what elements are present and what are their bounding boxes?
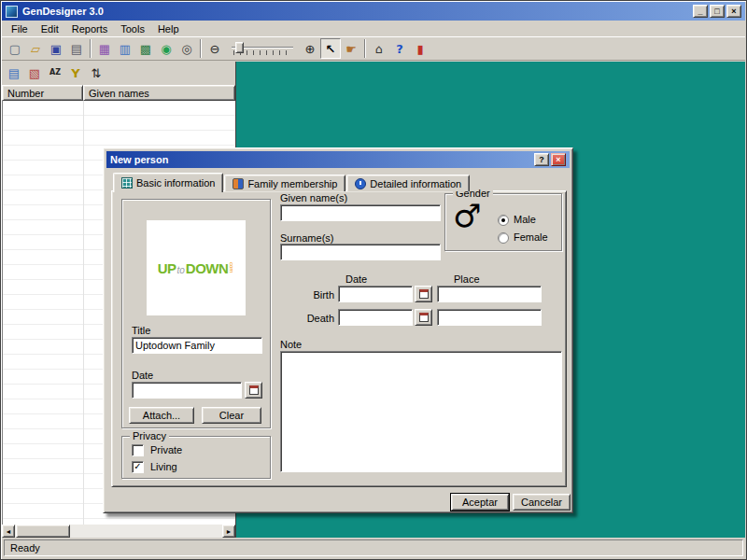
note-textarea[interactable] (280, 351, 562, 472)
scroll-left-arrow-icon[interactable]: ◄ (2, 525, 15, 538)
place-column-header: Place (454, 273, 480, 285)
pan-tool-button[interactable]: ☛ (341, 38, 361, 59)
death-date-input[interactable] (338, 309, 413, 326)
accept-button[interactable]: Aceptar (451, 494, 509, 511)
attach-button[interactable]: Attach... (129, 407, 194, 424)
zoom-slider[interactable] (230, 39, 295, 58)
chart-button[interactable]: ▥ (115, 38, 135, 59)
private-checkbox[interactable]: ✓ (132, 444, 144, 456)
zoom-in-button[interactable]: ⊕ (300, 38, 320, 59)
birth-calendar-button[interactable] (415, 286, 432, 302)
male-label[interactable]: Male (514, 214, 536, 225)
help-button[interactable]: ? (389, 38, 410, 59)
pan-tool-icon: ☛ (345, 43, 357, 55)
toolbar-separator (200, 39, 202, 58)
status-bar: Ready (2, 538, 745, 558)
scroll-right-arrow-icon[interactable]: ► (222, 525, 235, 538)
female-label[interactable]: Female (514, 231, 548, 243)
save-icon: ▣ (50, 43, 62, 55)
menu-tools[interactable]: Tools (114, 21, 151, 36)
maximize-button[interactable]: □ (710, 5, 725, 18)
window-title: GenDesigner 3.0 (22, 6, 688, 17)
menu-file[interactable]: File (5, 21, 35, 36)
surname-label: Surname(s) (280, 232, 333, 244)
find-button[interactable]: ◎ (176, 38, 197, 59)
private-label[interactable]: Private (150, 444, 182, 455)
zoom-out-button[interactable]: ⊖ (204, 38, 225, 59)
dialog-help-button[interactable]: ? (534, 153, 549, 166)
filter-icon: Y (71, 67, 79, 79)
photo-date-calendar-button[interactable] (245, 382, 262, 399)
open-button[interactable]: ▱ (25, 38, 46, 59)
dialog-title: New person (110, 154, 532, 165)
date-column-header: Date (345, 273, 367, 285)
tab-basic-information[interactable]: Basic information (113, 173, 223, 192)
family-tree-icon: ▩ (140, 43, 151, 55)
logo-up-text: UP (158, 260, 176, 276)
column-divider (83, 101, 84, 525)
tab-label: Family membership (247, 178, 337, 189)
menu-help[interactable]: Help (151, 21, 186, 36)
surname-input[interactable] (280, 244, 441, 260)
zoom-out-icon: ⊖ (210, 43, 220, 55)
horizontal-scrollbar[interactable]: ◄ ► (2, 525, 235, 538)
female-radio[interactable] (498, 232, 509, 244)
minimize-button[interactable]: _ (693, 5, 708, 18)
statistics-button[interactable]: ▧ (24, 63, 45, 83)
menu-edit[interactable]: Edit (35, 21, 65, 36)
photo-date-input[interactable] (132, 382, 242, 399)
title-input[interactable] (132, 337, 262, 354)
birth-place-input[interactable] (437, 286, 542, 302)
logo-com-text: com (229, 262, 234, 273)
list-header: Number Given names (2, 85, 235, 101)
family-tree-button[interactable]: ▩ (135, 38, 156, 59)
work-area: ▤ ▧ AZ Y ⇅ Number Given names ◄ ► New (2, 62, 745, 538)
column-header-number[interactable]: Number (2, 85, 83, 101)
scrollbar-thumb[interactable] (16, 525, 70, 538)
exit-button[interactable]: ▮ (410, 38, 430, 59)
pointer-tool-icon: ↖ (326, 43, 336, 55)
tab-detailed-information[interactable]: Detailed information (346, 175, 470, 191)
living-checkbox[interactable]: ✓ (132, 461, 144, 473)
death-place-input[interactable] (437, 309, 542, 326)
chart-icon: ▥ (120, 43, 131, 55)
new-document-button[interactable]: ▢ (5, 38, 25, 59)
list-view-icon: ▤ (8, 67, 20, 79)
column-header-given-names[interactable]: Given names (83, 85, 235, 101)
photo-preview[interactable]: UP to DOWN com (147, 220, 246, 315)
calendar-icon (249, 385, 259, 395)
sort-alpha-button[interactable]: AZ (45, 63, 65, 83)
home-button[interactable]: ⌂ (369, 38, 389, 59)
filter-button[interactable]: Y (65, 63, 86, 83)
photo-album-button[interactable]: ▦ (94, 38, 115, 59)
panel-toolbar: ▤ ▧ AZ Y ⇅ (2, 62, 235, 84)
list-view-button[interactable]: ▤ (4, 63, 24, 83)
menu-reports[interactable]: Reports (65, 21, 115, 36)
close-button[interactable]: × (726, 5, 741, 18)
living-label[interactable]: Living (150, 461, 177, 472)
given-name-input[interactable] (280, 204, 441, 221)
tab-family-membership[interactable]: Family membership (224, 175, 345, 191)
privacy-group: Privacy ✓ Private ✓ Living (121, 436, 271, 479)
clear-button[interactable]: Clear (202, 407, 261, 424)
birth-date-input[interactable] (338, 286, 413, 302)
save-button[interactable]: ▣ (46, 38, 66, 59)
dialog-titlebar: New person ? × (106, 151, 570, 168)
calendar-icon (419, 313, 429, 322)
world-button[interactable]: ◉ (156, 38, 176, 59)
app-icon (6, 6, 18, 18)
pointer-tool-button[interactable]: ↖ (320, 38, 341, 59)
dialog-close-button[interactable]: × (551, 153, 566, 166)
logo-down-text: DOWN (186, 260, 229, 276)
app-window: GenDesigner 3.0 _ □ × File Edit Reports … (0, 0, 747, 560)
photo-group: UP to DOWN com Title Date Attach... Clea… (121, 199, 271, 428)
cancel-button[interactable]: Cancelar (513, 494, 571, 511)
male-radio[interactable] (498, 215, 509, 226)
sort-order-icon: ⇅ (92, 67, 102, 79)
print-icon: ▤ (71, 43, 82, 55)
sort-order-button[interactable]: ⇅ (86, 63, 106, 83)
death-calendar-button[interactable] (415, 309, 432, 326)
zoom-slider-thumb[interactable] (235, 42, 244, 53)
print-button[interactable]: ▤ (66, 38, 87, 59)
exit-icon: ▮ (416, 43, 423, 55)
